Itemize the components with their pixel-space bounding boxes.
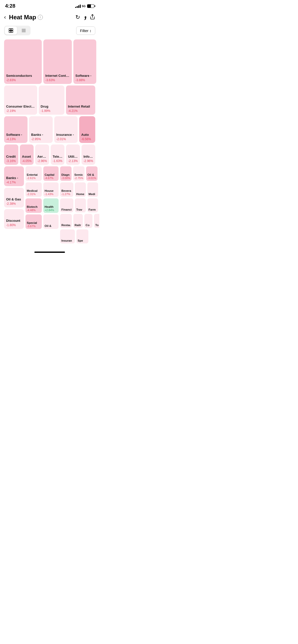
cell-internet-content[interactable]: Internet Content & -3.63%	[43, 39, 72, 84]
cell-semiconductors-value: -2.83%	[6, 78, 40, 82]
cell-capital[interactable]: Capital -4.67%	[43, 166, 59, 181]
cell-aerospa[interactable]: Aerospa -2.96%	[35, 144, 49, 165]
toolbar: Filter ↕	[0, 24, 99, 37]
complex-col-right: Diagn -3.00% Semic -2.75% Oil & -3.01% S…	[60, 166, 99, 243]
cell-semic-label: Semic	[74, 173, 83, 176]
cell-discount[interactable]: Discount -1.80%	[4, 209, 24, 229]
refresh-button[interactable]: ↻	[75, 14, 80, 21]
cell-health-label: Health	[45, 205, 57, 208]
cell-insurance-value: -2.01%	[56, 137, 76, 141]
svg-rect-1	[9, 29, 11, 31]
cell-medical[interactable]: Medical -2.31%	[25, 182, 42, 197]
cell-medical-value: -2.31%	[27, 193, 40, 196]
cell-financi[interactable]: Financi	[60, 198, 73, 212]
cell-health-value: +2.84%	[45, 209, 57, 212]
cell-health[interactable]: Health +2.84%	[43, 198, 59, 213]
cell-entertai-value: -2.61%	[27, 177, 40, 180]
cell-bevera[interactable]: Bevera -1.27%	[60, 182, 73, 197]
cell-asset[interactable]: Asset -4.05%	[20, 144, 34, 165]
cell-internet-retail[interactable]: Internet Retail -4.21%	[66, 85, 95, 115]
heatmap-row-3: Software - -4.13% Banks - -2.95% Insuran…	[4, 116, 95, 143]
right-row-3: Financi Trav Farm REIT -	[60, 198, 99, 212]
cell-insuran[interactable]: Insuran	[60, 229, 75, 243]
cell-semic[interactable]: Semic -2.75%	[73, 166, 85, 181]
cell-auto-label: Auto	[81, 133, 93, 137]
cell-semic-value: -2.75%	[74, 177, 83, 180]
cell-drug-label: Drug	[41, 105, 62, 109]
complex-col-mid: Entertai -2.61% Medical -2.31% Biotech -…	[25, 166, 42, 243]
cell-farm[interactable]: Farm	[87, 198, 98, 212]
filter-button[interactable]: Filter ↕	[76, 26, 95, 35]
cell-co[interactable]: Co	[84, 214, 92, 228]
cell-spe[interactable]: Spe	[76, 229, 88, 243]
cell-banks[interactable]: Banks - -2.95%	[29, 116, 52, 143]
cell-trav[interactable]: Trav	[75, 198, 86, 212]
share-button[interactable]: ⮭	[83, 14, 95, 21]
cell-software-2-label: Software -	[6, 133, 25, 137]
cell-financi-label: Financi	[61, 208, 72, 211]
cell-restau[interactable]: Restau	[60, 214, 72, 228]
cell-aerospa-value: -2.96%	[37, 159, 47, 163]
cell-inform-label: Inform	[84, 155, 93, 159]
cell-diagn-label: Diagn	[61, 173, 70, 176]
cell-oil-gas[interactable]: Oil & Gas -2.38%	[4, 188, 24, 208]
cell-diagn[interactable]: Diagn -3.00%	[60, 166, 72, 181]
header: ‹ Heat Map i ↻ ⮭	[0, 11, 99, 24]
status-time: 4:28	[5, 3, 15, 9]
cell-drug-value: -1.99%	[41, 109, 62, 113]
info-icon[interactable]: i	[38, 15, 43, 20]
complex-col-left: Banks - -4.17% Oil & Gas -2.38% Discount…	[4, 166, 24, 243]
cell-auto[interactable]: Auto -6.56%	[79, 116, 95, 143]
cell-capital-label: Capital	[45, 173, 57, 176]
cell-banks-2-label: Banks -	[6, 176, 22, 180]
cell-internet-content-value: -3.63%	[45, 78, 70, 82]
home-bar	[0, 248, 99, 255]
cell-discount-value: -1.80%	[6, 223, 22, 227]
cell-home[interactable]: Home	[75, 182, 86, 197]
list-view-button[interactable]	[18, 26, 30, 35]
cell-diagn-value: -3.00%	[61, 177, 70, 180]
cell-utilities[interactable]: Utilities -2.13%	[66, 144, 80, 165]
cell-medi[interactable]: Medi	[87, 182, 98, 197]
cell-insurance-label: Insurance -	[56, 133, 76, 137]
cell-medical-label: Medical	[27, 189, 40, 192]
cell-railr[interactable]: Railr	[73, 214, 83, 228]
cell-special[interactable]: Special -3.67%	[25, 214, 42, 229]
cell-entertai[interactable]: Entertai -2.61%	[25, 166, 42, 181]
cell-teleco-label: Teleco	[53, 155, 62, 159]
cell-aerospa-label: Aerospa	[37, 155, 47, 159]
cell-consumer-electronics-value: -2.19%	[6, 109, 35, 113]
cell-banks-value: -2.95%	[31, 137, 50, 141]
heatmap-complex: Banks - -4.17% Oil & Gas -2.38% Discount…	[4, 166, 95, 243]
network-label: 5G	[82, 5, 86, 8]
cell-farm-label: Farm	[89, 208, 97, 211]
cell-entertai-label: Entertai	[27, 173, 40, 176]
cell-house[interactable]: House -1.43%	[43, 182, 59, 197]
cell-special-label: Special	[27, 221, 40, 224]
cell-consumer-electronics[interactable]: Consumer Electronics -2.19%	[4, 85, 37, 115]
right-row-1: Diagn -3.00% Semic -2.75% Oil & -3.01% S…	[60, 166, 99, 181]
cell-to[interactable]: To	[94, 214, 99, 228]
cell-software-1-label: Software -	[75, 74, 94, 78]
cell-software-1[interactable]: Software - -3.88%	[73, 39, 96, 84]
cell-insurance[interactable]: Insurance - -2.01%	[54, 116, 78, 143]
cell-banks-2[interactable]: Banks - -4.17%	[4, 166, 24, 186]
back-button[interactable]: ‹	[3, 13, 7, 22]
cell-co-label: Co	[86, 224, 91, 227]
cell-semiconductors[interactable]: Semiconductors -2.83%	[4, 39, 42, 84]
grid-view-button[interactable]	[5, 26, 17, 35]
status-bar: 4:28 5G	[0, 0, 99, 11]
cell-credit[interactable]: Credit -3.16%	[4, 144, 18, 165]
cell-inform[interactable]: Inform -2.96%	[82, 144, 95, 165]
cell-oil3[interactable]: Oil & -3.01%	[86, 166, 98, 181]
cell-banks-2-value: -4.17%	[6, 181, 22, 184]
view-toggle	[4, 26, 31, 35]
cell-teleco[interactable]: Teleco -1.63%	[51, 144, 64, 165]
cell-utilities-value: -2.13%	[68, 159, 78, 163]
cell-speci[interactable]: Speci -2.77%	[99, 166, 99, 181]
cell-drug[interactable]: Drug -1.99%	[39, 85, 64, 115]
heatmap-row-4: Credit -3.16% Asset -4.05% Aerospa -2.96…	[4, 144, 95, 165]
cell-biotech[interactable]: Biotech -4.48%	[25, 198, 42, 213]
cell-software-2[interactable]: Software - -4.13%	[4, 116, 28, 143]
cell-oil2[interactable]: Oil &	[43, 214, 59, 229]
